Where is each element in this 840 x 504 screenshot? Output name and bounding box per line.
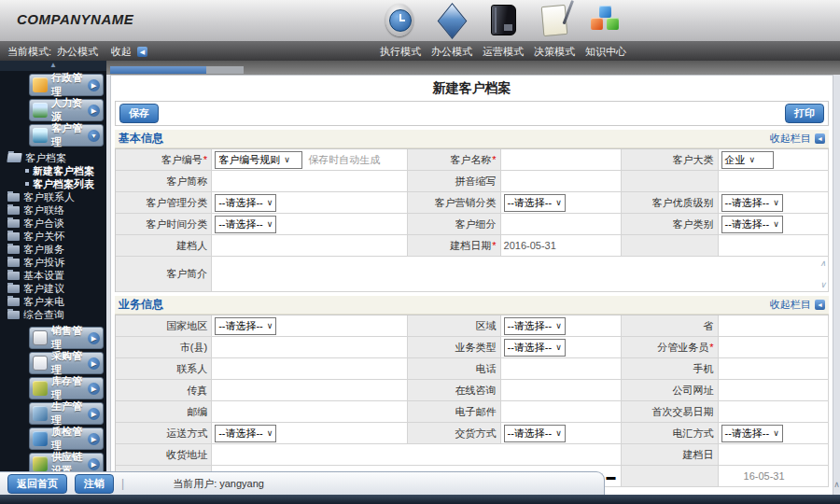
field-input[interactable] [719, 380, 829, 401]
field-input[interactable] [501, 149, 623, 171]
field-input[interactable] [212, 380, 408, 401]
sidebar-item[interactable]: 新建客户档案 [0, 164, 106, 177]
sidebar-menu-customer[interactable]: 客户管理▼ [29, 124, 104, 147]
book-icon[interactable] [427, 2, 476, 39]
collapse-icon[interactable]: ◀ [137, 47, 147, 57]
sidebar-item[interactable]: 基本设置 [0, 269, 106, 282]
sidebar-menu-production[interactable]: 生产管理▶ [29, 402, 104, 425]
field-input[interactable]: 企业∨ [719, 149, 829, 171]
dropdown[interactable]: --请选择--∨ [504, 317, 566, 335]
chevron-right-icon[interactable]: ▶ [88, 357, 100, 370]
sidebar-menu-hr[interactable]: 人力资源▶ [29, 99, 104, 121]
field-input[interactable] [719, 235, 829, 257]
collapse-section-button[interactable]: 收起栏目◄ [770, 132, 825, 146]
sidebar-collapse-icon[interactable]: ▲ [0, 61, 106, 71]
chevron-right-icon[interactable]: ▶ [88, 433, 100, 445]
field-input[interactable] [212, 171, 408, 192]
sidebar-item[interactable]: 客户关怀 [0, 230, 106, 243]
field-input[interactable] [212, 401, 408, 423]
sidebar-menu-purchase[interactable]: 采购管理▶ [29, 352, 104, 374]
scroll-up-icon[interactable]: ∧ [833, 480, 840, 489]
textarea-scrollbar[interactable]: ∧∨ [819, 259, 826, 289]
collapse-section-icon[interactable]: ◄ [815, 133, 825, 144]
dropdown[interactable]: --请选择--∨ [504, 194, 566, 212]
chevron-down-icon[interactable]: ▼ [88, 130, 100, 142]
field-input[interactable]: ∧∨ [212, 257, 829, 292]
clock-icon[interactable] [376, 2, 425, 39]
field-input[interactable] [501, 401, 623, 423]
field-input[interactable]: --请选择--∨ [212, 423, 408, 444]
inactive-tab-indicator[interactable] [206, 66, 244, 74]
field-input[interactable]: --请选择--∨ [212, 214, 408, 235]
dropdown[interactable]: --请选择--∨ [215, 425, 276, 442]
dropdown[interactable]: 客户编号规则∨ [215, 151, 302, 169]
sidebar-item[interactable]: 客户联络 [0, 203, 106, 217]
field-input[interactable] [719, 444, 829, 466]
field-input[interactable]: 16-05-31 [719, 466, 829, 487]
field-input[interactable] [212, 358, 408, 380]
sidebar-item[interactable]: 客户来电 [0, 295, 106, 308]
dropdown[interactable]: --请选择--∨ [215, 216, 276, 233]
field-input[interactable]: --请选择--∨ [719, 192, 829, 214]
dropdown[interactable]: 企业∨ [721, 151, 774, 169]
chevron-right-icon[interactable]: ▶ [88, 105, 100, 117]
field-input[interactable]: --请选择--∨ [501, 315, 623, 337]
notepad-icon[interactable] [530, 2, 579, 39]
field-input[interactable]: --请选择--∨ [501, 337, 623, 358]
field-input[interactable]: --请选择--∨ [212, 315, 408, 337]
home-button[interactable]: 返回首页 [7, 474, 67, 494]
dropdown[interactable]: --请选择--∨ [215, 317, 276, 335]
dropdown[interactable]: --请选择--∨ [721, 194, 783, 212]
field-input[interactable] [212, 235, 408, 257]
chevron-right-icon[interactable]: ▶ [88, 383, 100, 395]
sidebar-item[interactable]: 客户服务 [0, 243, 106, 256]
field-input[interactable]: 2016-05-31 [501, 235, 623, 257]
mode-tab-2[interactable]: 办公模式 [427, 45, 476, 59]
field-input[interactable]: --请选择--∨ [501, 192, 623, 214]
field-input[interactable]: --请选择--∨ [719, 423, 829, 444]
sidebar-item[interactable]: 客户合谈 [0, 217, 106, 230]
collapse-label[interactable]: 收起 [111, 45, 132, 59]
collapse-section-button[interactable]: 收起栏目◄ [770, 298, 825, 312]
sidebar-menu-admin[interactable]: 行政管理▶ [29, 74, 104, 96]
field-input[interactable] [719, 401, 829, 423]
dropdown[interactable]: --请选择--∨ [504, 339, 566, 357]
sidebar-item[interactable]: 客户投诉 [0, 256, 106, 269]
field-input[interactable] [501, 214, 623, 235]
mode-tab-5[interactable]: 知识中心 [581, 45, 630, 59]
cubes-icon[interactable] [581, 2, 630, 39]
sidebar-item[interactable]: 客户档案 [0, 151, 106, 164]
chevron-right-icon[interactable]: ▶ [88, 332, 100, 344]
chevron-right-icon[interactable]: ▶ [88, 79, 100, 91]
chevron-right-icon[interactable]: ▶ [88, 408, 100, 420]
save-button[interactable]: 保存 [119, 104, 159, 123]
album-icon[interactable] [479, 2, 527, 39]
resize-handle[interactable]: ▬ [606, 471, 615, 482]
sidebar-item[interactable]: 客户建议 [0, 282, 106, 295]
dropdown[interactable]: --请选择--∨ [215, 194, 276, 212]
mode-tab-3[interactable]: 运营模式 [479, 45, 527, 59]
sidebar-item[interactable]: 综合查询 [0, 308, 106, 321]
dropdown[interactable]: --请选择--∨ [721, 425, 783, 442]
dropdown[interactable]: --请选择--∨ [721, 216, 783, 233]
sidebar-menu-quality[interactable]: 质检管理▶ [29, 427, 104, 450]
field-input[interactable]: --请选择--∨ [212, 192, 408, 214]
chevron-right-icon[interactable]: ▶ [88, 458, 100, 470]
sidebar-menu-inventory[interactable]: 库存管理▶ [29, 377, 104, 399]
sidebar-item[interactable]: 客户联系人 [0, 190, 106, 203]
field-input[interactable] [501, 358, 623, 380]
field-input[interactable] [501, 380, 623, 401]
field-input[interactable]: --请选择--∨ [501, 423, 623, 444]
field-input[interactable] [501, 171, 623, 192]
field-input[interactable] [212, 444, 622, 466]
active-tab-indicator[interactable] [110, 66, 206, 74]
logout-button[interactable]: 注销 [75, 474, 114, 494]
field-input[interactable] [212, 337, 408, 358]
field-input[interactable] [719, 315, 829, 337]
field-input[interactable] [719, 358, 829, 380]
field-input[interactable] [719, 171, 829, 192]
sidebar-item[interactable]: 客户档案列表 [0, 177, 106, 190]
mode-tab-4[interactable]: 决策模式 [530, 45, 579, 59]
field-input[interactable]: --请选择--∨ [719, 214, 829, 235]
sidebar-menu-sales[interactable]: 销售管理▶ [29, 327, 104, 349]
